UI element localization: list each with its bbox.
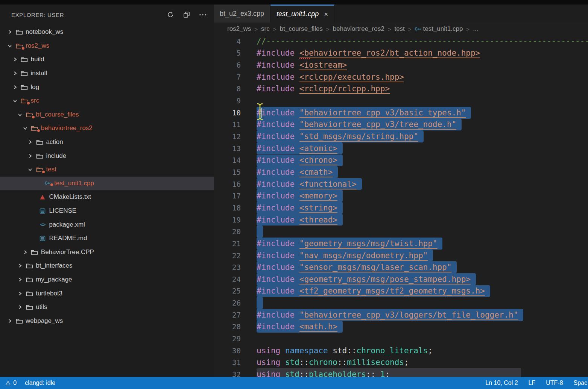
collapse-folders-icon[interactable] — [181, 9, 192, 20]
code-line-8[interactable]: 8#include <rclcpp/rclcpp.hpp> — [214, 83, 588, 95]
code-line-20[interactable]: 20 — [214, 226, 588, 238]
tree-item-turtlebot3[interactable]: turtlebot3 — [0, 286, 214, 300]
status-problems[interactable]: ⚠0 — [5, 380, 17, 387]
refresh-icon[interactable] — [165, 9, 176, 20]
chevron-right-icon[interactable] — [5, 30, 14, 34]
tree-item-readme-md[interactable]: README.md — [0, 232, 214, 245]
chevron-right-icon[interactable] — [11, 71, 20, 76]
tree-item-package-xml[interactable]: <>package.xml — [0, 218, 214, 232]
close-icon[interactable]: × — [324, 10, 328, 18]
tree-item-bt-course-files[interactable]: bt_course_files — [0, 108, 214, 122]
code-line-12[interactable]: 12#include "std_msgs/msg/string.hpp" — [214, 130, 588, 142]
code-line-17[interactable]: 17#include <memory> — [214, 190, 588, 202]
breadcrumb-segment-behaviortree-ros2[interactable]: behaviortree_ros2 — [333, 25, 384, 33]
code-line-9[interactable]: 9 — [214, 95, 588, 107]
window-top-strip — [0, 0, 588, 5]
chevron-down-icon[interactable] — [26, 167, 35, 172]
tab-test-unit1-cpp[interactable]: test_unit1.cpp× — [270, 5, 334, 23]
tree-item-license[interactable]: LICENSE — [0, 204, 214, 218]
chevron-down-icon[interactable] — [5, 44, 14, 48]
code-line-15[interactable]: 15#include <cmath> — [214, 166, 588, 178]
code-line-18[interactable]: 18#include <string> — [214, 202, 588, 214]
code-text: using std::chrono::milliseconds; — [257, 357, 409, 369]
tree-item-label: README.md — [49, 235, 87, 242]
code-editor[interactable]: 4//-------------------------------------… — [214, 35, 588, 377]
chevron-right-icon[interactable] — [5, 319, 14, 323]
chevron-right-icon[interactable] — [15, 263, 24, 268]
chevron-down-icon[interactable] — [11, 98, 20, 103]
breadcrumb-segment-bt-course-files[interactable]: bt_course_files — [280, 25, 323, 33]
chevron-down-icon[interactable] — [15, 112, 24, 117]
code-line-13[interactable]: 13#include <atomic> — [214, 142, 588, 154]
status-ln-10-col-2[interactable]: Ln 10, Col 2 — [485, 380, 518, 386]
code-line-31[interactable]: 31using std::chrono::milliseconds; — [214, 357, 588, 369]
token: #include — [257, 48, 295, 58]
tree-item-test-unit1-cpp[interactable]: C++test_unit1.cpp — [0, 177, 214, 191]
tree-item-log[interactable]: log — [0, 80, 214, 94]
breadcrumb-trailing[interactable]: ... — [473, 25, 478, 33]
code-line-27[interactable]: 27#include "behaviortree_cpp_v3/loggers/… — [214, 309, 588, 321]
chevron-right-icon[interactable] — [15, 305, 24, 309]
tree-item-src[interactable]: src — [0, 94, 214, 108]
code-line-21[interactable]: 21#include "geometry_msgs/msg/twist.hpp" — [214, 238, 588, 250]
code-line-4[interactable]: 4//-------------------------------------… — [214, 35, 588, 47]
token: :: — [299, 358, 309, 367]
code-line-16[interactable]: 16#include <functional> — [214, 178, 588, 190]
code-line-29[interactable]: 29 — [214, 333, 588, 345]
code-line-32[interactable]: 32using std::placeholders::_1; — [214, 368, 588, 377]
folder-icon — [24, 112, 34, 118]
tree-item-webpage-ws[interactable]: webpage_ws — [0, 314, 214, 328]
breadcrumb-segment-src[interactable]: src — [261, 25, 270, 33]
breadcrumb-segment-test-unit1-cpp[interactable]: test_unit1.cpp — [423, 25, 463, 33]
code-line-23[interactable]: 23#include "sensor_msgs/msg/laser_scan.h… — [214, 261, 588, 273]
line-number: 7 — [214, 73, 241, 81]
file-tree: notebook_wsros2_wsbuildinstalllogsrcbt_c… — [0, 5, 214, 377]
chevron-right-icon[interactable] — [26, 154, 35, 158]
tree-item-label: CMakeLists.txt — [49, 193, 91, 201]
tree-item-behaviortree-cpp[interactable]: BehaviorTree.CPP — [0, 245, 214, 259]
code-line-22[interactable]: 22#include "nav_msgs/msg/odometry.hpp" — [214, 250, 588, 262]
code-line-24[interactable]: 24#include <geometry_msgs/msg/pose_stamp… — [214, 273, 588, 285]
tree-item-ros2-ws[interactable]: ros2_ws — [0, 39, 214, 53]
code-line-30[interactable]: 30using namespace std::chrono_literals; — [214, 345, 588, 357]
tree-item-install[interactable]: install — [0, 67, 214, 80]
tree-item-build[interactable]: build — [0, 53, 214, 67]
status-utf-8[interactable]: UTF-8 — [546, 380, 563, 386]
code-line-10[interactable]: 10#include "behaviortree_cpp_v3/basic_ty… — [214, 107, 588, 119]
tree-item-action[interactable]: action — [0, 135, 214, 149]
chevron-right-icon[interactable] — [11, 85, 20, 89]
chevron-right-icon[interactable] — [11, 57, 20, 62]
tree-indent — [3, 128, 21, 129]
tree-item-behaviortree-ros2[interactable]: behaviortree_ros2 — [0, 121, 214, 135]
status-spac[interactable]: Spac — [574, 380, 587, 386]
tree-item-utils[interactable]: utils — [0, 300, 214, 314]
status-clangd[interactable]: clangd: idle — [25, 380, 55, 386]
status-lf[interactable]: LF — [529, 380, 536, 386]
token: #include — [257, 180, 295, 189]
chevron-right-icon[interactable] — [21, 250, 30, 254]
breadcrumb-segment-test[interactable]: test — [394, 25, 404, 33]
code-line-7[interactable]: 7#include <rclcpp/executors.hpp> — [214, 71, 588, 83]
code-line-26[interactable]: 26 — [214, 297, 588, 309]
more-actions-icon[interactable]: ⋯ — [197, 9, 208, 20]
chevron-right-icon[interactable] — [15, 291, 24, 296]
tree-item-test[interactable]: test — [0, 163, 214, 177]
code-line-25[interactable]: 25#include <tf2_geometry_msgs/tf2_geomet… — [214, 285, 588, 297]
code-line-14[interactable]: 14#include <chrono> — [214, 154, 588, 166]
code-line-6[interactable]: 6#include <iostream> — [214, 59, 588, 71]
code-line-28[interactable]: 28#include <math.h> — [214, 321, 588, 333]
code-text: #include "behaviortree_cpp_v3/tree_node.… — [257, 119, 462, 131]
tree-item-notebook-ws[interactable]: notebook_ws — [0, 25, 214, 39]
code-line-5[interactable]: 5#include <behaviortree_ros2/bt_action_n… — [214, 47, 588, 59]
chevron-down-icon[interactable] — [21, 126, 30, 130]
tree-item-bt-interfaces[interactable]: bt_interfaces — [0, 259, 214, 273]
tree-item-include[interactable]: include — [0, 149, 214, 163]
breadcrumb-segment-ros2-ws[interactable]: ros2_ws — [227, 25, 251, 33]
code-line-19[interactable]: 19#include <thread> — [214, 214, 588, 226]
chevron-right-icon[interactable] — [26, 140, 35, 144]
tree-item-my-package[interactable]: my_package — [0, 273, 214, 287]
tab-bt-u2-ex3-cpp[interactable]: bt_u2_ex3.cpp — [214, 5, 270, 23]
code-line-11[interactable]: 11#include "behaviortree_cpp_v3/tree_nod… — [214, 119, 588, 131]
tree-item-cmakelists-txt[interactable]: CMakeLists.txt — [0, 190, 214, 204]
chevron-right-icon[interactable] — [15, 277, 24, 282]
